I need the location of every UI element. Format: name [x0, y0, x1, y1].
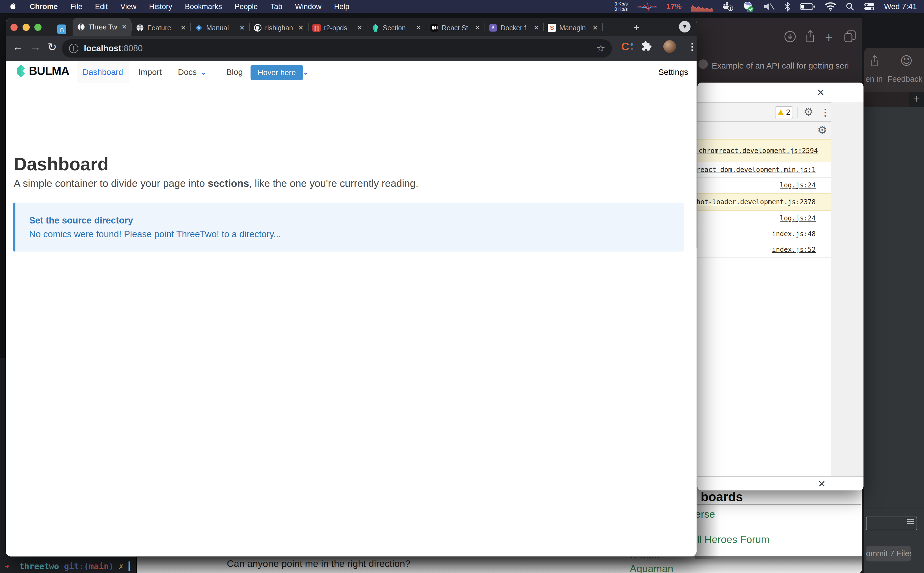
console-source-link[interactable]: log.js:24: [780, 214, 816, 222]
menu-clock[interactable]: Wed 7:41: [884, 2, 917, 11]
extensions-puzzle-icon[interactable]: [641, 41, 652, 53]
close-tab-icon[interactable]: ✕: [474, 24, 480, 32]
console-source-link[interactable]: log.js:24: [780, 182, 816, 189]
console-source-link[interactable]: react.development.js:2594: [719, 147, 818, 155]
close-tab-icon[interactable]: ✕: [180, 24, 186, 32]
close-window-button[interactable]: [11, 23, 17, 31]
menu-app-name[interactable]: Chrome: [30, 3, 58, 11]
forum-link-heroes[interactable]: ll Heroes Forum: [697, 534, 769, 545]
tab-medium[interactable]: React St ✕: [426, 20, 485, 36]
cpu-history-icon[interactable]: [691, 2, 713, 12]
reload-button[interactable]: ↻: [48, 41, 57, 53]
commit-message-field[interactable]: [866, 517, 917, 530]
console-source-link[interactable]: react-dom.development.min.js:1: [698, 166, 816, 174]
console-source-link[interactable]: index.js:48: [772, 230, 816, 238]
share-icon[interactable]: [869, 55, 880, 69]
menu-bookmarks[interactable]: Bookmarks: [185, 3, 222, 11]
open-in-label[interactable]: en in: [865, 75, 883, 84]
profile-avatar[interactable]: [663, 40, 676, 53]
forum-link-verse[interactable]: erse: [695, 509, 715, 520]
close-icon[interactable]: ✕: [818, 478, 826, 489]
forum-link-aquaman[interactable]: Aquaman: [630, 563, 673, 573]
close-tab-icon[interactable]: ✕: [239, 24, 245, 32]
battery-percent-readout[interactable]: 17%: [666, 2, 682, 11]
feedback-label[interactable]: Feedback: [887, 75, 922, 84]
tab-docker[interactable]: Docker f ✕: [485, 20, 543, 36]
wifi-icon[interactable]: [825, 2, 836, 11]
minimize-window-button[interactable]: [23, 23, 30, 31]
nav-item-settings[interactable]: Settings: [658, 61, 688, 83]
nav-item-import[interactable]: Import: [138, 61, 162, 83]
devtools-toolbar: 2 ⚙ ⋮: [698, 102, 831, 122]
new-tab-plus-icon[interactable]: +: [825, 30, 833, 45]
close-tab-icon[interactable]: ✕: [416, 24, 421, 32]
tab-threetwo[interactable]: Three Tw ✕: [73, 18, 131, 36]
bookmark-star-icon[interactable]: ☆: [596, 43, 605, 54]
git-client-window: ☺ en in Feedback + ommit 7 Files: [862, 13, 924, 573]
sync-check-icon[interactable]: [743, 1, 754, 12]
console-source-link[interactable]: index.js:52: [772, 246, 816, 254]
console-source-link[interactable]: react-hot-loader.development.js:2378: [698, 198, 816, 206]
close-tab-icon[interactable]: ✕: [534, 24, 539, 32]
colorzilla-extension-icon[interactable]: C: [621, 41, 629, 53]
tab-title[interactable]: Example of an API call for getting serie…: [712, 61, 849, 70]
new-tab-button[interactable]: +: [633, 22, 640, 34]
tab-manual[interactable]: Manual ✕: [190, 20, 249, 36]
tab-feature[interactable]: Feature ✕: [131, 20, 190, 36]
menu-view[interactable]: View: [120, 3, 136, 11]
network-speed-readout[interactable]: 0 Kb/s0 Kb/s: [614, 2, 627, 12]
battery-icon[interactable]: [800, 3, 815, 11]
add-tab-button[interactable]: +: [908, 92, 924, 107]
tab-search-button[interactable]: ▾: [679, 21, 690, 33]
menu-edit[interactable]: Edit: [95, 3, 108, 11]
tab-r2opds[interactable]: ∏ r2-opds ✕: [308, 20, 367, 36]
nav-item-docs[interactable]: Docs ⌄: [178, 61, 206, 83]
menu-history[interactable]: History: [149, 3, 172, 11]
dropdown-toggle[interactable]: ⌄: [299, 61, 309, 83]
zoom-window-button[interactable]: [34, 23, 42, 31]
feedback-smiley-icon[interactable]: ☺: [900, 54, 913, 68]
kebab-menu-icon[interactable]: ⋮: [821, 107, 830, 118]
pinned-tab[interactable]: ∩: [57, 25, 66, 34]
close-icon[interactable]: ✕: [817, 87, 825, 98]
spotlight-search-icon[interactable]: [846, 2, 854, 11]
download-icon[interactable]: [784, 30, 796, 44]
tab-github[interactable]: rishighan ✕: [249, 20, 308, 36]
forward-button[interactable]: →: [30, 41, 41, 53]
apple-menu-icon[interactable]: [10, 3, 17, 11]
control-center-icon[interactable]: [864, 3, 875, 11]
console-source-link[interactable]: .chrom: [698, 147, 719, 155]
menu-help[interactable]: Help: [334, 3, 350, 11]
browser-menu-kebab-icon[interactable]: ⋮: [687, 41, 696, 52]
console-gutter: [831, 102, 863, 476]
settings-gear-icon[interactable]: ⚙: [804, 106, 813, 117]
tabs-overview-icon[interactable]: [844, 30, 856, 44]
bulma-logo[interactable]: BULMA: [17, 64, 69, 78]
divider: [697, 504, 861, 505]
docker-menu-icon[interactable]: !: [723, 2, 734, 12]
close-tab-icon[interactable]: ✕: [298, 24, 304, 32]
menu-window[interactable]: Window: [295, 3, 322, 11]
close-tab-icon[interactable]: ✕: [122, 23, 127, 31]
nav-item-dashboard[interactable]: Dashboard: [77, 61, 129, 83]
tab-section[interactable]: Section ✕: [367, 20, 426, 36]
site-info-icon[interactable]: i: [69, 44, 78, 53]
tab-smashing[interactable]: S Managin ✕: [543, 20, 602, 36]
address-bar[interactable]: i localhost:8080 ☆: [62, 39, 612, 58]
nav-item-blog[interactable]: Blog: [226, 61, 243, 83]
settings-gear-icon[interactable]: ⚙: [817, 124, 827, 135]
warning-count-badge[interactable]: 2: [775, 106, 793, 118]
share-icon[interactable]: [804, 30, 816, 45]
hover-here-button[interactable]: Hover here: [251, 65, 303, 80]
close-tab-icon[interactable]: ✕: [592, 24, 598, 32]
commit-files-button[interactable]: ommit 7 Files: [866, 546, 911, 561]
close-tab-icon[interactable]: ✕: [357, 24, 362, 32]
url-host: localhost: [84, 44, 121, 53]
menu-tab[interactable]: Tab: [270, 3, 283, 11]
menu-people[interactable]: People: [234, 3, 258, 11]
back-button[interactable]: ←: [12, 41, 23, 53]
menu-file[interactable]: File: [70, 3, 83, 11]
bluetooth-icon[interactable]: [784, 2, 791, 12]
network-graph-icon[interactable]: [637, 2, 657, 11]
volume-muted-icon[interactable]: [764, 2, 775, 11]
